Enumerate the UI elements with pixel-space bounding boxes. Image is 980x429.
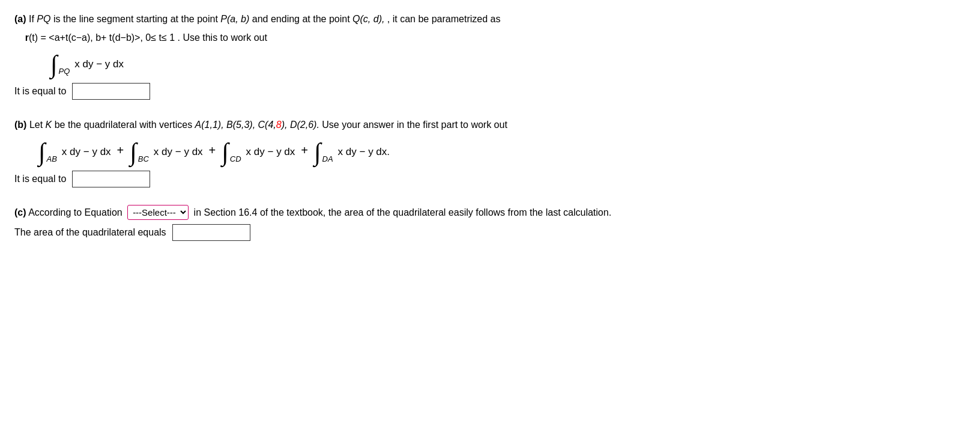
part-a-integral: ∫ PQ x dy − y dx (50, 52, 966, 77)
integral-bc: ∫ BC x dy − y dx (130, 139, 202, 165)
part-a-q-expr: Q(c, d), (352, 14, 384, 24)
part-c-intro: According to Equation (28, 207, 125, 218)
part-c-text: (c) According to Equation ---Select--- i… (14, 204, 966, 221)
part-a: (a) If PQ is the line segment starting a… (14, 11, 966, 100)
part-a-answer-row: It is equal to (14, 83, 966, 100)
part-a-answer-input[interactable] (72, 83, 150, 100)
integral-cd: ∫ CD x dy − y dx (222, 139, 295, 165)
integral-expr-a: x dy − y dx (74, 58, 124, 70)
integral-sub-a: PQ (59, 67, 70, 76)
part-a-equal-label: It is equal to (14, 86, 66, 97)
part-a-r-line: r(t) = <a+t(c−a), b+ t(d−b)>, 0≤ t≤ 1 . … (14, 29, 966, 46)
part-b-equal-label: It is equal to (14, 174, 66, 184)
plus-sign-3: + (301, 144, 308, 160)
part-b-let: Let (29, 120, 46, 130)
integral-expr-bc: x dy − y dx (154, 146, 203, 158)
part-b-C: C(4,8), (258, 120, 288, 130)
integral-sub-da: DA (322, 154, 333, 163)
part-b-B: B(5,3), (226, 120, 255, 130)
part-b: (b) Let K be the quadrilateral with vert… (14, 117, 966, 187)
part-a-label: (a) (14, 14, 26, 24)
integral-symbol-a: ∫ (50, 52, 58, 77)
integral-sub-bc: BC (138, 154, 149, 163)
integral-symbol-ab: ∫ (38, 139, 46, 165)
integral-symbol-cd: ∫ (222, 139, 229, 165)
part-a-isline: is the line segment starting at the poin… (53, 14, 220, 24)
integral-symbol-da: ∫ (314, 139, 321, 165)
equation-select[interactable]: ---Select--- (127, 205, 189, 220)
part-b-A: A(1,1), (195, 120, 224, 130)
part-b-answer-row: It is equal to (14, 171, 966, 187)
plus-sign-2: + (209, 144, 216, 160)
part-c-label: (c) (14, 207, 26, 218)
integral-da: ∫ DA x dy − y dx. (314, 139, 390, 165)
part-b-be: be the quadrilateral with vertices (55, 120, 195, 130)
part-a-use: . Use this to work out (177, 32, 267, 43)
integral-expr-ab: x dy − y dx (62, 146, 111, 158)
pq-italic: PQ (37, 14, 50, 24)
part-b-label: (b) (14, 120, 26, 130)
plus-sign-1: + (117, 144, 124, 160)
part-b-text: (b) Let K be the quadrilateral with vert… (14, 117, 966, 133)
integral-sub-cd: CD (230, 154, 241, 163)
part-a-if: If (29, 14, 37, 24)
integral-sub-ab: AB (47, 154, 57, 163)
part-c-area-label: The area of the quadrilateral equals (14, 224, 166, 240)
part-b-k: K (46, 120, 52, 130)
integral-ab: ∫ AB x dy − y dx (38, 139, 111, 165)
part-c: (c) According to Equation ---Select--- i… (14, 204, 966, 242)
part-a-p-expr: P(a, b) (220, 14, 249, 24)
part-c-after-select: in Section 16.4 of the textbook, the are… (194, 207, 612, 218)
part-b-integrals-row: ∫ AB x dy − y dx + ∫ BC x dy − y dx + ∫ … (38, 139, 966, 165)
select-container[interactable]: ---Select--- (125, 205, 191, 220)
part-c-area-row: The area of the quadrilateral equals (14, 224, 966, 242)
integral-expr-cd: x dy − y dx (246, 146, 295, 158)
part-b-use: Use your answer in the first part to wor… (322, 120, 507, 130)
part-a-parametrize: , it can be parametrized as (387, 14, 501, 24)
part-b-D: D(2,6). (290, 120, 319, 130)
part-c-answer-wrapper (172, 224, 250, 242)
part-a-andending: and ending at the point (252, 14, 352, 24)
r-expr: (t) = <a+t(c−a), b+ t(d−b)>, 0≤ t≤ 1 (29, 32, 175, 43)
part-c-answer-input[interactable] (172, 224, 250, 241)
integral-symbol-bc: ∫ (130, 139, 137, 165)
part-a-text: (a) If PQ is the line segment starting a… (14, 11, 966, 27)
integral-expr-da: x dy − y dx. (338, 146, 390, 158)
part-b-answer-input[interactable] (72, 171, 150, 187)
